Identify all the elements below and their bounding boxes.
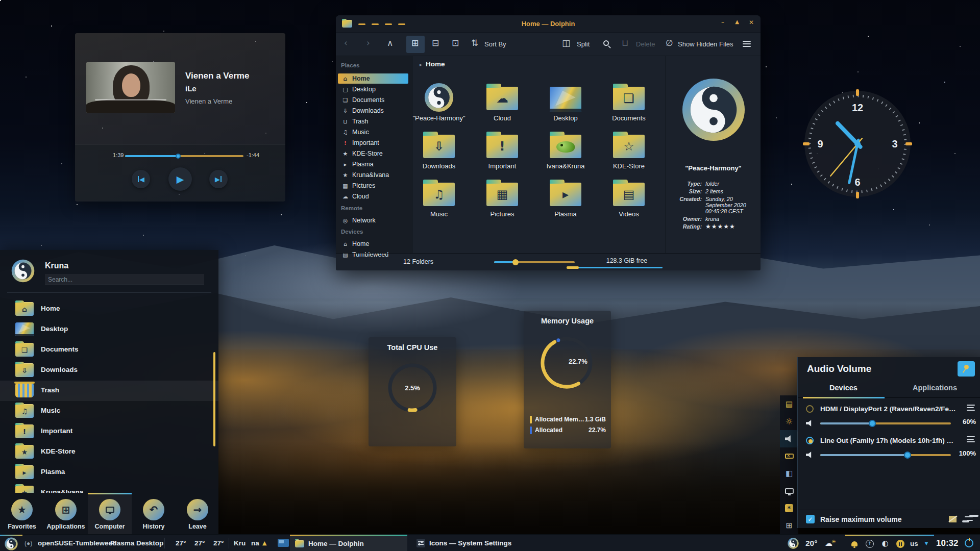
raise-max-checkbox[interactable]: ✓	[806, 515, 815, 523]
pin-button[interactable]	[958, 361, 975, 377]
hamburger-menu-icon[interactable]	[743, 43, 751, 44]
folder-cloud[interactable]: ☁Cloud	[474, 87, 531, 122]
tab-applications[interactable]: Applications	[889, 384, 980, 392]
folder-plasma[interactable]: ▸Plasma	[537, 183, 594, 218]
sidebar-item-plasma[interactable]: ▸Plasma	[338, 159, 408, 169]
clipboard-tray-icon[interactable]: ▤	[780, 395, 798, 413]
kickoff-item-downloads[interactable]: ⇩Downloads	[0, 360, 218, 381]
dolphin-titlebar[interactable]: Home — Dolphin – ▲ ✕	[336, 15, 761, 33]
details-view-icon[interactable]: ⊡	[452, 39, 459, 47]
zoom-slider[interactable]	[494, 261, 575, 263]
night-color-icon[interactable]: ◐	[878, 536, 892, 551]
up-icon[interactable]: ∧	[387, 39, 393, 47]
user-avatar[interactable]	[11, 259, 35, 283]
sidebar-item-important[interactable]: !Important	[338, 138, 408, 148]
task-dolphin[interactable]: Home — Dolphin	[290, 535, 407, 551]
expand-triangle-icon[interactable]: ▲	[262, 535, 266, 551]
sidebar-item-documents[interactable]: ❏Documents	[338, 95, 408, 105]
clock-power-icon[interactable]	[965, 535, 973, 551]
task-system-settings[interactable]: Icons — System Settings	[411, 535, 537, 551]
sidebar-item-kde-store[interactable]: ★KDE-Store	[338, 148, 408, 159]
tab-leave[interactable]: →Leave	[176, 493, 219, 534]
folder-kde-store[interactable]: ☆KDE-Store	[600, 135, 657, 170]
device-menu-icon[interactable]	[967, 439, 974, 440]
network-tray-icon[interactable]: ⊞	[780, 517, 798, 534]
folder-documents[interactable]: ❏Documents	[600, 87, 657, 122]
activities-icon[interactable]: (●)	[24, 535, 32, 551]
sidebar-item-downloads[interactable]: ⇩Downloads	[338, 106, 408, 116]
minimize-button[interactable]: –	[718, 19, 728, 29]
close-button[interactable]: ✕	[746, 19, 756, 29]
back-icon[interactable]: ‹	[344, 39, 348, 47]
seek-slider[interactable]	[125, 155, 243, 157]
sort-icon[interactable]: ⇅	[471, 39, 478, 47]
virtual-desktop-pager[interactable]	[278, 539, 289, 547]
device-menu-icon[interactable]	[967, 407, 974, 408]
sort-by-button[interactable]: Sort By	[484, 40, 506, 48]
sidebar-device-home[interactable]: ⌂Home	[338, 239, 408, 249]
folder-ivana-kruna[interactable]: Ivana&Kruna	[537, 135, 594, 170]
folder-desktop[interactable]: Desktop	[537, 87, 594, 122]
split-icon[interactable]: ◫	[562, 39, 570, 47]
speaker-icon[interactable]	[806, 452, 814, 458]
notifications-bell-icon[interactable]	[847, 536, 862, 551]
sidebar-item-desktop[interactable]: ▢Desktop	[338, 84, 408, 94]
weather-temp[interactable]: 20°	[805, 535, 817, 551]
usb-device-tray-icon[interactable]: ◧	[780, 465, 798, 482]
volume-slider-lineout[interactable]	[820, 454, 951, 456]
slider-handle[interactable]	[904, 452, 911, 459]
speaker-icon[interactable]	[806, 420, 814, 427]
tab-favorites[interactable]: ★Favorites	[0, 493, 44, 534]
battery-tray-icon[interactable]	[780, 447, 798, 465]
kickoff-item-kde-store[interactable]: ★KDE-Store	[0, 442, 218, 462]
rating-stars[interactable]: ★★★★★	[705, 223, 756, 230]
keyboard-label-na[interactable]: na	[251, 535, 259, 551]
next-track-button[interactable]: ▶	[209, 170, 228, 188]
split-button[interactable]: Split	[577, 40, 590, 48]
show-hidden-files-button[interactable]: Show Hidden Files	[678, 40, 733, 48]
delete-icon[interactable]: ⊔	[622, 39, 628, 47]
sidebar-item-music[interactable]: ♫Music	[338, 127, 408, 137]
maximize-button[interactable]: ▲	[732, 19, 742, 29]
brightness-tray-icon[interactable]: ☼	[780, 413, 798, 430]
kickoff-item-plasma[interactable]: ▸Plasma	[0, 462, 218, 483]
kickoff-item-desktop[interactable]: Desktop	[0, 319, 218, 340]
folder-important[interactable]: !Important	[474, 135, 531, 170]
forward-icon[interactable]: ›	[366, 39, 370, 47]
device-radio-hdmi[interactable]	[806, 405, 814, 413]
seek-slider-handle[interactable]	[176, 154, 181, 159]
mixer-icon[interactable]	[965, 515, 973, 522]
media-tray-icon[interactable]: *	[780, 499, 798, 517]
kickoff-item-documents[interactable]: ❏Documents	[0, 340, 218, 360]
mute-icon[interactable]	[949, 516, 957, 522]
tab-history[interactable]: ↶History	[132, 493, 176, 534]
play-button[interactable]: ▶	[168, 167, 192, 191]
device-radio-lineout[interactable]	[806, 437, 814, 444]
display-tray-icon[interactable]	[780, 482, 798, 499]
weather-icon[interactable]: ☀☁	[825, 535, 836, 551]
tab-applications[interactable]: ⊞Applications	[44, 493, 88, 534]
kickoff-item-trash[interactable]: Trash	[0, 381, 218, 401]
hidden-files-icon[interactable]: ∅	[666, 39, 673, 47]
keyboard-label-kru[interactable]: Kru	[234, 535, 246, 551]
digital-clock[interactable]: 10:32	[936, 535, 958, 551]
folder-peace-harmony[interactable]: "Peace-Harmony"	[410, 85, 468, 122]
volume-slider-hdmi[interactable]	[820, 422, 951, 424]
zoom-slider-handle[interactable]	[512, 259, 519, 265]
application-launcher-button[interactable]	[0, 535, 22, 551]
volume-tray-icon[interactable]	[780, 430, 798, 447]
tray-expander-icon[interactable]: ▼	[921, 536, 932, 551]
keyboard-layout[interactable]: us	[908, 536, 921, 551]
folder-downloads[interactable]: ⇩Downloads	[410, 135, 468, 170]
sidebar-item-network[interactable]: ◎Network	[338, 215, 408, 226]
sidebar-item-cloud[interactable]: ☁Cloud	[338, 191, 408, 202]
folder-music[interactable]: ♫Music	[410, 183, 468, 218]
folder-videos[interactable]: ▤Videos	[600, 183, 657, 218]
kickoff-item-music[interactable]: ♫Music	[0, 401, 218, 421]
search-icon[interactable]	[603, 40, 609, 46]
search-input[interactable]	[45, 274, 204, 285]
breadcrumb[interactable]: ▸Home	[420, 60, 445, 68]
tab-computer[interactable]: Computer	[88, 493, 132, 534]
slider-handle[interactable]	[869, 420, 876, 427]
kickoff-item-kruna-ivana[interactable]: ★Kruna&Ivana	[0, 483, 218, 493]
